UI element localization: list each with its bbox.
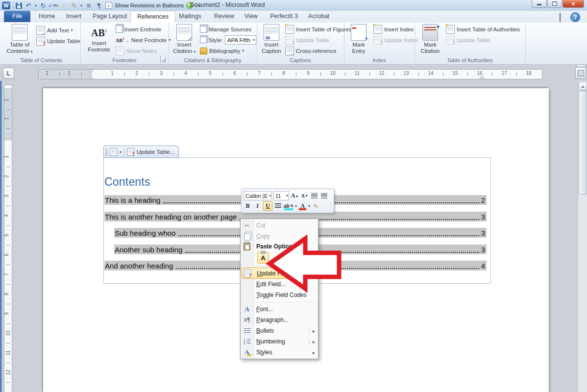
tab-insert[interactable]: Insert (60, 11, 88, 22)
show-notes-button[interactable]: Show Notes (116, 47, 157, 55)
format-painter-icon[interactable]: ✎ (312, 202, 320, 210)
save-icon[interactable] (16, 2, 22, 9)
menu-item-paragraph[interactable]: ≡¶ Paragraph... (241, 315, 318, 325)
highlight-color-button[interactable]: ab✎ (284, 202, 294, 210)
lightning-icon[interactable]: ⚡ (60, 1, 68, 9)
help-icon[interactable]: ? (570, 12, 580, 22)
dropdown-arrow-icon[interactable]: ▾ (308, 204, 310, 208)
word-window: W ↶▾ ↻ ✓ABC ⚡ ✎▾ ⊞ ¶ ✓ Show Revisions in… (0, 0, 587, 392)
menu-item-update-field[interactable]: Update Field (241, 268, 318, 279)
mark-entry-button[interactable]: MarkEntry (348, 24, 369, 54)
table-of-contents-button[interactable]: Table ofContents ▾ (6, 24, 33, 55)
decrease-indent-button[interactable] (310, 192, 318, 200)
right-indent-marker[interactable] (480, 75, 485, 79)
insert-footnote-button[interactable]: AB1 InsertFootnote (86, 24, 112, 53)
shrink-font-button[interactable]: A▼ (300, 192, 309, 200)
tab-view[interactable]: View (238, 11, 264, 22)
collapse-ribbon-icon[interactable] (560, 14, 565, 18)
tab-acrobat[interactable]: Acrobat (302, 11, 336, 22)
update-table-tab-button[interactable]: Update Table... (137, 149, 174, 155)
update-table-captions-button[interactable]: Update Table (285, 36, 329, 44)
menu-item-bullets[interactable]: Bullets |▸ (241, 325, 318, 336)
tab-stop-selector[interactable]: L (3, 68, 14, 79)
mark-entry-icon (351, 24, 367, 41)
font-name-combo[interactable]: Calibri (E▾ (244, 191, 272, 200)
paragraph-mark-icon[interactable]: ¶ (95, 1, 103, 9)
group-footnotes: AB1 InsertFootnote Insert Endnote AB1→ N… (80, 23, 169, 64)
minimize-button[interactable] (532, 0, 547, 8)
tab-file[interactable]: File (4, 11, 30, 22)
add-text-button[interactable]: Add Text▾ (36, 26, 73, 34)
menu-item-copy[interactable]: Copy (241, 231, 318, 242)
update-table-button[interactable]: Update Table (36, 37, 80, 45)
numbering-icon (244, 339, 250, 344)
update-table-icon (36, 37, 45, 46)
menu-item-edit-field[interactable]: Edit Field... (241, 279, 318, 290)
view-ruler-toggle[interactable] (575, 67, 586, 79)
horizontal-ruler[interactable]: 21123456789101112131415161718 (38, 69, 542, 79)
manage-sources-button[interactable]: Manage Sources (200, 25, 251, 33)
grow-font-button[interactable]: A▲ (291, 192, 299, 200)
document-page[interactable]: ▾ Update Table... Contents This is a hea… (43, 88, 549, 392)
scroll-up-icon[interactable]: ▲ (579, 82, 587, 91)
menu-item-cut[interactable]: ✂ Cut (241, 220, 318, 231)
scrollbar-thumb[interactable] (579, 91, 587, 195)
pen-dropdown-icon[interactable]: ▾ (80, 3, 82, 8)
update-table-toa-button[interactable]: Update Table (446, 36, 490, 44)
tab-mailings[interactable]: Mailings (172, 11, 208, 22)
toc-field-icon[interactable] (110, 148, 117, 156)
menu-item-toggle-field-codes[interactable]: Toggle Field Codes (241, 290, 318, 300)
increase-indent-button[interactable] (320, 192, 328, 200)
undo-icon[interactable]: ↶ (24, 1, 32, 9)
bold-button[interactable]: B (244, 202, 252, 210)
vertical-ruler[interactable]: 21123456789101112 (4, 85, 12, 392)
undo-dropdown-icon[interactable]: ▾ (35, 3, 37, 8)
next-footnote-button[interactable]: AB1→ Next Footnote▾ (116, 36, 171, 44)
table-tool-icon[interactable]: ⊞ (85, 1, 93, 9)
style-combo[interactable]: APA Fifth▾ (225, 35, 256, 45)
dropdown-arrow-icon[interactable]: ▾ (120, 150, 122, 154)
drag-grip-icon[interactable] (106, 148, 107, 155)
mark-citation-button[interactable]: MarkCitation (417, 24, 443, 54)
close-button[interactable]: × (563, 0, 584, 8)
font-size-combo[interactable]: 11▾ (273, 191, 289, 200)
redo-icon[interactable]: ↻ (39, 1, 47, 9)
word-logo-icon[interactable]: W (2, 1, 10, 9)
restore-button[interactable] (547, 0, 562, 8)
format-pen-icon[interactable]: ✎ (70, 1, 78, 9)
show-revisions-checkbox[interactable]: ✓ (105, 2, 112, 9)
submenu-arrow-icon: ▸ (313, 339, 315, 344)
insert-table-of-authorities-button[interactable]: Insert Table of Authorities (446, 25, 520, 33)
separator (13, 2, 13, 9)
ruler-number: 3 (4, 195, 9, 197)
insert-endnote-button[interactable]: Insert Endnote (116, 25, 161, 33)
update-index-button[interactable]: Update Index (373, 36, 417, 44)
menu-item-numbering[interactable]: Numbering |▸ (241, 336, 318, 347)
tab-review[interactable]: Review (208, 11, 241, 22)
insert-caption-button[interactable]: InsertCaption (260, 24, 283, 54)
tab-perfectit[interactable]: PerfectIt 3 (264, 11, 304, 22)
ruler-number: 16 (477, 71, 482, 76)
menu-item-styles[interactable]: A Styles ▸ (241, 347, 318, 358)
insert-table-of-figures-button[interactable]: Insert Table of Figures (285, 25, 352, 33)
tab-page-layout[interactable]: Page Layout (86, 11, 133, 22)
scissors-icon: ✂ (245, 222, 250, 229)
cross-reference-button[interactable]: Cross-reference (285, 47, 336, 55)
tab-home[interactable]: Home (32, 11, 61, 22)
vertical-scrollbar[interactable]: ▲ (578, 81, 587, 392)
font-color-button[interactable]: A (298, 202, 307, 210)
menu-separator (254, 302, 317, 302)
hanging-indent-marker[interactable] (89, 76, 94, 79)
tab-references[interactable]: References (130, 11, 175, 23)
justify-button[interactable] (274, 202, 282, 210)
insert-index-button[interactable]: Insert Index (373, 25, 414, 33)
insert-citation-button[interactable]: InsertCitation ▾ (171, 24, 197, 55)
first-line-indent-marker[interactable] (89, 70, 94, 73)
paste-keep-text-only-button[interactable]: A (257, 252, 269, 264)
spelling-icon[interactable]: ✓ABC (49, 1, 57, 9)
italic-button[interactable]: I (253, 202, 262, 210)
bibliography-button[interactable]: Bibliography▾ (200, 47, 244, 55)
dropdown-arrow-icon[interactable]: ▾ (295, 204, 297, 208)
underline-button[interactable]: U (263, 201, 272, 211)
menu-item-font[interactable]: A Font... (241, 304, 318, 315)
